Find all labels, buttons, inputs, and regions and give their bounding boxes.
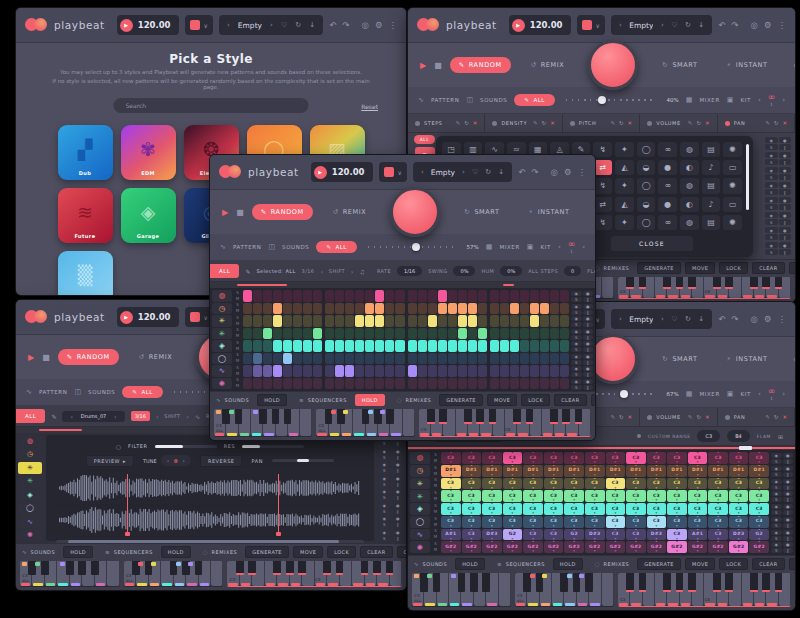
pitch-cell[interactable]: ▴C3▾ [503, 452, 523, 464]
pitch-cell[interactable]: ▴C3▾ [647, 516, 667, 528]
note-up-icon[interactable]: ▴ [656, 465, 658, 468]
note-up-icon[interactable]: ▴ [635, 503, 637, 506]
settings-icon[interactable]: ◎ [550, 167, 557, 177]
step-cell[interactable] [283, 303, 292, 315]
note-down-icon[interactable]: ▾ [594, 499, 596, 502]
sequencers-hold-button[interactable]: HOLD [161, 546, 191, 558]
step-cell[interactable] [283, 328, 292, 340]
step-cell[interactable] [273, 290, 282, 302]
pitch-cell[interactable]: ▴D#1▾ [462, 465, 482, 477]
smart-button[interactable]: ↻ SMART [653, 351, 706, 367]
row-control[interactable]: ◉ [765, 242, 778, 248]
redo-icon[interactable]: ↷ [342, 20, 349, 30]
row-control[interactable]: S [571, 322, 582, 327]
note-up-icon[interactable]: ▴ [470, 465, 472, 468]
piano-key-black[interactable] [272, 409, 280, 424]
solo-label[interactable]: S [434, 504, 437, 508]
row-control[interactable]: ‖ [583, 372, 594, 377]
generate-button[interactable]: GENERATE [439, 394, 483, 406]
note-down-icon[interactable]: ▾ [470, 499, 472, 502]
note-up-icon[interactable]: ▴ [656, 503, 658, 506]
step-cell[interactable] [560, 365, 569, 377]
step-cell[interactable] [478, 378, 487, 390]
style-tile-garage[interactable]: ◈Garage [121, 188, 176, 243]
note-up-icon[interactable]: ▴ [676, 503, 678, 506]
clear-icon[interactable]: ✕ [473, 120, 478, 126]
step-cell[interactable] [490, 340, 499, 352]
step-cell[interactable] [510, 378, 519, 390]
sound-icon-tile[interactable]: ● [658, 197, 677, 212]
row-control[interactable]: S [771, 510, 782, 515]
pitch-cell[interactable]: ▴C3▾ [482, 516, 502, 528]
piano-key-black[interactable] [464, 409, 472, 424]
step-cell[interactable] [408, 378, 417, 390]
piano-key-black[interactable] [91, 561, 99, 575]
note-up-icon[interactable]: ▴ [697, 465, 699, 468]
note-up-icon[interactable]: ▴ [717, 490, 719, 493]
row-control[interactable]: S [765, 234, 778, 240]
step-cell[interactable] [345, 340, 354, 352]
step-cell[interactable] [438, 353, 447, 365]
note-up-icon[interactable]: ▴ [573, 452, 575, 455]
row-control[interactable]: ‖ [779, 189, 792, 195]
randomize-icon[interactable]: ↻ [696, 414, 701, 420]
trigger-pad[interactable] [588, 334, 638, 384]
note-up-icon[interactable]: ▴ [635, 490, 637, 493]
row-control[interactable]: ● [583, 291, 594, 296]
step-cell[interactable] [395, 328, 404, 340]
piano-key-black[interactable] [575, 409, 583, 424]
remix-button[interactable]: ↺ REMIX [522, 57, 574, 73]
step-cell[interactable] [313, 340, 322, 352]
step-cell[interactable] [355, 290, 364, 302]
sound-icon-tile[interactable]: ◯ [637, 178, 656, 193]
sounds-hold-button[interactable]: HOLD [455, 558, 485, 570]
note-down-icon[interactable]: ▾ [553, 550, 555, 553]
step-cell[interactable] [355, 353, 364, 365]
step-cell[interactable] [303, 378, 312, 390]
note-down-icon[interactable]: ▾ [553, 461, 555, 464]
row-control[interactable]: ◉ [765, 137, 778, 143]
note-up-icon[interactable]: ▴ [553, 541, 555, 544]
pitch-cell[interactable]: ▴C3▾ [441, 452, 461, 464]
solo-label[interactable]: S [434, 453, 437, 457]
step-cell[interactable] [325, 340, 334, 352]
step-cell[interactable] [355, 315, 364, 327]
solo-label[interactable]: S [236, 303, 239, 307]
note-down-icon[interactable]: ▾ [635, 538, 637, 541]
step-cell[interactable] [335, 378, 344, 390]
note-up-icon[interactable]: ▴ [491, 490, 493, 493]
step-cell[interactable] [500, 303, 509, 315]
note-up-icon[interactable]: ▴ [594, 452, 596, 455]
row-control[interactable]: ‖ [779, 234, 792, 240]
pitch-cell[interactable]: ▴D#3▾ [482, 529, 502, 541]
step-cell[interactable] [448, 290, 457, 302]
note-down-icon[interactable]: ▾ [656, 538, 658, 541]
step-cell[interactable] [468, 328, 477, 340]
step-cell[interactable] [468, 290, 477, 302]
piano-key-black[interactable] [470, 573, 478, 592]
pitch-cell[interactable]: ▴C3▾ [688, 516, 708, 528]
preset-bar[interactable]: ‹ Empty › ♡ ↻ ↓ [611, 309, 712, 329]
step-cell[interactable] [458, 328, 467, 340]
note-down-icon[interactable]: ▾ [738, 461, 740, 464]
note-up-icon[interactable]: ▴ [573, 490, 575, 493]
step-cell[interactable] [530, 378, 539, 390]
row-control[interactable]: ● [779, 212, 792, 218]
note-down-icon[interactable]: ▾ [512, 487, 514, 490]
step-cell[interactable] [283, 353, 292, 365]
piano-key-black[interactable] [775, 277, 783, 289]
step-cell[interactable] [345, 290, 354, 302]
row-control[interactable]: ‖ [583, 322, 594, 327]
piano-key-black[interactable] [550, 409, 558, 424]
note-down-icon[interactable]: ▾ [573, 487, 575, 490]
row-control[interactable]: ‖ [583, 360, 594, 365]
instant-button[interactable]: ⚡ INSTANT [520, 204, 579, 220]
pitch-cell[interactable]: ▴C3▾ [441, 478, 461, 490]
step-cell[interactable] [293, 290, 302, 302]
solo-label[interactable]: S [236, 341, 239, 345]
row-control[interactable]: ‖ [583, 297, 594, 302]
note-up-icon[interactable]: ▴ [532, 490, 534, 493]
sounds-tab[interactable]: SOUNDS [225, 397, 250, 403]
row-control[interactable]: ‖ [392, 441, 405, 446]
reload-icon[interactable]: ↻ [295, 21, 301, 29]
